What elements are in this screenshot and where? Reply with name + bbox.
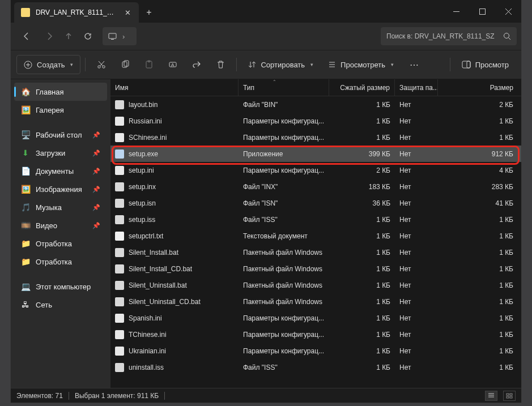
file-row[interactable]: Silent_Install.batПакетный файл Windows1… — [110, 244, 521, 260]
back-button[interactable] — [15, 27, 38, 45]
toolbar: Создать ▾ A Сортировать ▾ Просмотреть ▾ … — [11, 50, 521, 79]
details-view-button[interactable] — [485, 391, 497, 401]
sidebar-label: Рабочий стол — [36, 131, 82, 139]
explorer-window: DRV_LAN_RTK_8111_SZ-TSD_W ✕ + › — [10, 0, 522, 403]
share-button[interactable] — [185, 55, 208, 74]
file-row[interactable]: Russian.iniПараметры конфигурац...1 КБНе… — [110, 113, 521, 129]
file-row[interactable]: setupctrl.txtТекстовый документ1 КБНет1 … — [110, 228, 521, 244]
file-size: 1 КБ — [438, 260, 521, 277]
sidebar-label: Этот компьютер — [36, 283, 91, 291]
file-row[interactable]: setup.isnФайл "ISN"36 КБНет41 КБ — [110, 195, 521, 211]
column-protection[interactable]: Защита па... — [395, 79, 438, 96]
sort-button[interactable]: Сортировать ▾ — [241, 55, 320, 74]
sidebar-label: Музыка — [36, 203, 62, 212]
column-label: Сжатый размер — [340, 84, 390, 92]
svg-rect-16 — [507, 394, 509, 395]
up-button[interactable] — [61, 27, 76, 45]
file-icon — [115, 347, 124, 356]
copy-button[interactable] — [114, 55, 137, 74]
monitor-icon — [108, 32, 117, 41]
column-type[interactable]: Тип — [239, 79, 329, 96]
delete-button[interactable] — [209, 55, 232, 74]
file-row[interactable]: Spanish.iniПараметры конфигурац...1 КБНе… — [110, 310, 521, 326]
sidebar: 🏠Главная 🖼️Галерея 🖥️Рабочий стол📌 ⬇Загр… — [11, 79, 110, 388]
sidebar-item-downloads[interactable]: ⬇Загрузки📌 — [14, 144, 107, 162]
sidebar-item-custom1[interactable]: 📁Отработка — [14, 234, 107, 253]
new-tab-button[interactable]: + — [139, 2, 159, 23]
view-label: Просмотреть — [341, 61, 385, 69]
sidebar-item-home[interactable]: 🏠Главная — [14, 83, 107, 101]
file-row[interactable]: TChinese.iniПараметры конфигурац...1 КБН… — [110, 326, 521, 343]
file-row[interactable]: layout.binФайл "BIN"1 КБНет2 КБ — [110, 96, 521, 113]
maximize-button[interactable] — [469, 0, 495, 23]
file-row[interactable]: Silent_Install_CD.batПакетный файл Windo… — [110, 260, 521, 277]
search-box[interactable]: Поиск в: DRV_LAN_RTK_8111_SZ — [381, 27, 517, 45]
file-icon — [115, 133, 124, 142]
file-row[interactable]: setup.inxФайл "INX"183 КБНет283 КБ — [110, 178, 521, 195]
sidebar-item-network[interactable]: 🖧Сеть — [14, 296, 107, 314]
sidebar-item-music[interactable]: 🎵Музыка📌 — [14, 198, 107, 216]
file-protection: Нет — [395, 211, 438, 228]
pin-icon: 📌 — [92, 222, 100, 229]
paste-button[interactable] — [138, 55, 160, 74]
sidebar-label: Сеть — [36, 301, 52, 309]
pin-icon: 📌 — [92, 131, 100, 139]
close-tab-icon[interactable]: ✕ — [123, 8, 132, 17]
refresh-button[interactable] — [76, 27, 99, 45]
file-protection: Нет — [395, 260, 438, 277]
file-row[interactable]: setup.iniПараметры конфигурац...2 КБНет4… — [110, 162, 521, 178]
sidebar-item-documents[interactable]: 📄Документы📌 — [14, 162, 107, 180]
column-name[interactable]: Имя — [110, 79, 239, 96]
cut-button[interactable] — [90, 55, 113, 74]
view-button[interactable]: Просмотреть ▾ — [321, 55, 401, 74]
column-compressed[interactable]: Сжатый размер — [329, 79, 395, 96]
more-button[interactable]: ⋯ — [402, 55, 427, 74]
file-row[interactable]: setup.exeПриложение399 КБНет912 КБ — [110, 146, 521, 162]
preview-pane-button[interactable]: Просмотр — [455, 55, 516, 74]
file-row[interactable]: Silent_Uninstall_CD.batПакетный файл Win… — [110, 293, 521, 310]
sidebar-item-custom2[interactable]: 📁Отработка — [14, 253, 107, 271]
svg-rect-15 — [467, 61, 470, 68]
separator — [164, 392, 165, 400]
file-row[interactable]: setup.issФайл "ISS"1 КБНет1 КБ — [110, 211, 521, 228]
file-type: Параметры конфигурац... — [239, 310, 329, 326]
sidebar-label: Главная — [36, 88, 63, 96]
close-button[interactable] — [495, 0, 521, 23]
tiles-view-button[interactable] — [503, 391, 516, 401]
sidebar-item-pictures[interactable]: 🖼️Изображения📌 — [14, 180, 107, 198]
sidebar-item-gallery[interactable]: 🖼️Галерея — [14, 101, 107, 119]
column-size[interactable]: Размер — [438, 79, 521, 96]
address-bar[interactable]: › — [103, 27, 137, 45]
file-protection: Нет — [395, 162, 438, 178]
sidebar-item-video[interactable]: 🎞️Видео📌 — [14, 216, 107, 234]
titlebar-drag[interactable] — [159, 0, 443, 23]
minimize-button[interactable] — [443, 0, 469, 23]
sidebar-label: Видео — [36, 221, 57, 230]
file-compressed: 1 КБ — [329, 96, 395, 113]
file-type: Файл "INX" — [239, 178, 329, 195]
file-name: setup.isn — [129, 199, 156, 207]
file-protection: Нет — [395, 195, 438, 211]
file-size: 4 КБ — [438, 162, 521, 178]
file-row[interactable]: Silent_Uninstall.batПакетный файл Window… — [110, 277, 521, 293]
sidebar-item-desktop[interactable]: 🖥️Рабочий стол📌 — [14, 126, 107, 144]
file-type: Пакетный файл Windows — [239, 277, 329, 293]
file-icon — [115, 215, 124, 224]
file-type: Приложение — [239, 146, 329, 162]
file-row[interactable]: uninstall.issФайл "ISS"1 КБНет1 КБ — [110, 359, 521, 375]
file-protection: Нет — [395, 228, 438, 244]
file-row[interactable]: Ukrainian.iniПараметры конфигурац...1 КБ… — [110, 343, 521, 359]
file-compressed: 1 КБ — [329, 343, 395, 359]
sidebar-item-thispc[interactable]: 💻Этот компьютер — [14, 277, 107, 296]
folder-icon: 📁 — [21, 257, 30, 266]
file-name: setup.ini — [129, 166, 154, 174]
documents-icon: 📄 — [21, 166, 30, 176]
rename-button[interactable]: A — [161, 55, 184, 74]
file-protection: Нет — [395, 277, 438, 293]
new-button[interactable]: Создать ▾ — [16, 55, 80, 74]
sort-label: Сортировать — [261, 61, 305, 69]
file-row[interactable]: SChinese.iniПараметры конфигурац...1 КБН… — [110, 129, 521, 146]
forward-button[interactable] — [38, 27, 61, 45]
tab-current[interactable]: DRV_LAN_RTK_8111_SZ-TSD_W ✕ — [14, 2, 139, 23]
chevron-down-icon: ▾ — [310, 62, 313, 67]
